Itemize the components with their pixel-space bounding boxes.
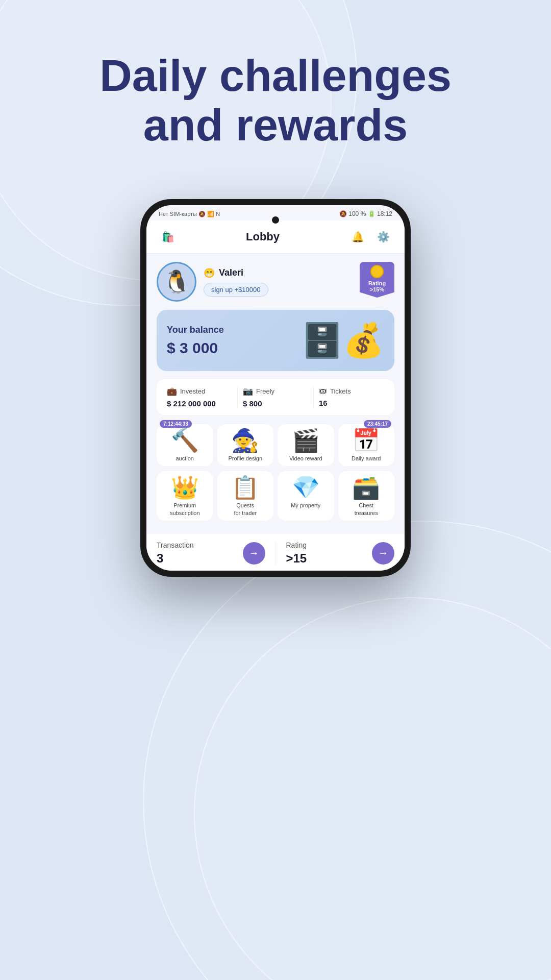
title-line2: and rewards (143, 100, 408, 150)
phone-mockup: Нет SIM-карты 🔕 📶 N 🔕 100 % 🔋 18:12 🛍️ L… (140, 199, 411, 577)
tickets-value: 16 (319, 399, 384, 407)
grid-item-quests[interactable]: 📋 Questsfor trader (217, 471, 274, 521)
invested-label: Invested (180, 387, 205, 395)
quests-icon: 📋 (231, 476, 259, 499)
balance-text: Your balance $ 3 000 (167, 325, 224, 357)
stat-invested: 💼 Invested $ 212 000 000 (162, 386, 237, 408)
invested-icon: 💼 (167, 386, 177, 396)
profile-emoji: 😁 (204, 267, 215, 279)
app-content: 🐧 😁 Valeri sign up +$10000 Rating >15% (146, 254, 405, 534)
grid-item-premium[interactable]: 👑 Premiumsubscription (157, 471, 213, 521)
rating-arrow-button[interactable]: → (372, 542, 394, 565)
balance-amount: $ 3 000 (167, 339, 224, 357)
grid-item-my-property[interactable]: 💎 My property (278, 471, 334, 521)
chest-treasures-icon: 🗃️ (352, 476, 380, 499)
grid-item-profile-design[interactable]: 🧙 Profile design (217, 424, 274, 466)
auction-timer: 7:12:44:33 (160, 420, 192, 428)
video-reward-label: Video reward (289, 455, 322, 462)
transaction-arrow-button[interactable]: → (243, 542, 265, 565)
my-property-icon: 💎 (292, 476, 320, 499)
freely-label: Freely (256, 387, 274, 395)
stat-tickets: 🎟 Tickets 16 (313, 386, 389, 408)
transaction-label: Transaction (157, 541, 238, 549)
status-left: Нет SIM-карты 🔕 📶 N (159, 211, 220, 217)
grid-item-daily-award[interactable]: 23:45:17 📅 Daily award (338, 424, 395, 466)
rating-badge: Rating >15% (360, 262, 394, 298)
header-icons: 🔔 ⚙️ (348, 228, 392, 246)
my-property-label: My property (291, 502, 320, 509)
safe-illustration: 🗄️💰 (302, 321, 384, 360)
balance-label: Your balance (167, 325, 224, 335)
page-title: Daily challenges and rewards (0, 51, 551, 150)
grid-item-video-reward[interactable]: 🎬 Video reward (278, 424, 334, 466)
rating-dot (370, 265, 384, 278)
grid-item-auction[interactable]: 7:12:44:33 🔨 auction (157, 424, 213, 466)
stats-row: 💼 Invested $ 212 000 000 📷 Freely $ 800 … (157, 379, 394, 415)
premium-label: Premiumsubscription (170, 502, 200, 517)
premium-icon: 👑 (171, 476, 199, 499)
auction-icon: 🔨 (171, 429, 199, 452)
grid-row-2: 👑 Premiumsubscription 📋 Questsfor trader… (157, 471, 394, 521)
transaction-value: 3 (157, 551, 238, 566)
signup-button[interactable]: sign up +$10000 (204, 283, 268, 297)
profile-design-label: Profile design (228, 455, 262, 462)
invested-value: $ 212 000 000 (167, 399, 232, 408)
video-reward-icon: 🎬 (292, 429, 320, 452)
chest-treasures-label: Chesttreasures (355, 502, 378, 517)
daily-award-timer: 23:45:17 (364, 420, 391, 428)
quests-label: Questsfor trader (234, 502, 257, 517)
camera-notch (272, 216, 279, 224)
app-header: 🛍️ Lobby 🔔 ⚙️ (146, 220, 405, 254)
tickets-label: Tickets (330, 387, 351, 395)
notification-button[interactable]: 🔔 (348, 228, 367, 246)
bottom-rating: Rating >15 (286, 541, 367, 566)
bottom-divider (276, 541, 276, 566)
avatar: 🐧 (157, 262, 196, 302)
rating-bottom-value: >15 (286, 551, 367, 566)
auction-label: auction (176, 455, 194, 462)
bottom-transaction: Transaction 3 (157, 541, 238, 566)
bottom-bar: Transaction 3 → Rating >15 → (146, 534, 405, 571)
profile-section: 🐧 😁 Valeri sign up +$10000 Rating >15% (157, 262, 394, 302)
daily-award-label: Daily award (352, 455, 381, 462)
daily-award-icon: 📅 (352, 429, 380, 452)
rating-bottom-label: Rating (286, 541, 367, 549)
grid-item-chest-treasures[interactable]: 🗃️ Chesttreasures (338, 471, 395, 521)
freely-icon: 📷 (243, 386, 253, 396)
rating-label: Rating (362, 280, 392, 286)
status-right: 🔕 100 % 🔋 18:12 (339, 210, 392, 217)
tickets-icon: 🎟 (319, 386, 327, 396)
header-title: Lobby (246, 230, 280, 243)
freely-value: $ 800 (243, 399, 308, 408)
profile-design-icon: 🧙 (231, 429, 259, 452)
profile-name-text: Valeri (219, 267, 243, 278)
cart-button[interactable]: 🛍️ (159, 228, 177, 246)
status-bar: Нет SIM-карты 🔕 📶 N 🔕 100 % 🔋 18:12 (146, 205, 405, 220)
grid-row-1: 7:12:44:33 🔨 auction 🧙 Profile design 🎬 … (157, 424, 394, 466)
settings-button[interactable]: ⚙️ (374, 228, 392, 246)
balance-card[interactable]: Your balance $ 3 000 🗄️💰 (157, 310, 394, 371)
stat-freely: 📷 Freely $ 800 (237, 386, 313, 408)
title-line1: Daily challenges (99, 50, 452, 101)
rating-value: >15% (362, 286, 392, 292)
